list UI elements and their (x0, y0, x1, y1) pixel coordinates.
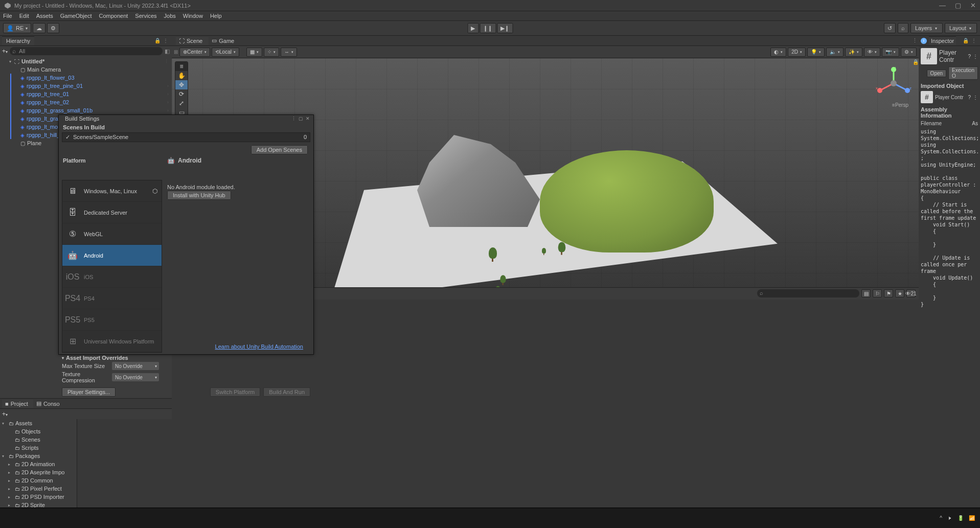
menu-component[interactable]: Component (99, 13, 128, 19)
platform-item-dedicated-server[interactable]: 🗄Dedicated Server (62, 202, 162, 223)
bookmark-icon[interactable]: ⚐ (873, 289, 882, 297)
build-menu-icon[interactable]: ⋮ (290, 116, 297, 121)
build-and-run-button[interactable]: Build And Run (263, 387, 310, 397)
platform-item-windows-mac-linux[interactable]: 🖥Windows, Mac, Linux⬡ (62, 180, 162, 202)
build-settings-tab[interactable]: Build Settings (61, 115, 103, 122)
expand-chevron[interactable]: › (167, 108, 169, 113)
draw-mode-button[interactable]: ◐ (770, 48, 786, 57)
project-folder[interactable]: ▸🗀2D Animation (0, 460, 77, 468)
build-close-icon[interactable]: ✕ (304, 116, 311, 121)
hierarchy-item[interactable]: ◈rpgpp_lt_tree_pine_01› (0, 82, 172, 90)
menu-file[interactable]: File (3, 13, 12, 19)
project-folder[interactable]: 🗀Objects (0, 427, 77, 435)
hierarchy-item[interactable]: ▢Main Camera (0, 65, 172, 74)
close-button[interactable]: ✕ (970, 2, 976, 9)
scene-menu-icon[interactable]: ⋮ (910, 37, 919, 44)
snap-increment-button[interactable]: ⁘ (264, 48, 279, 57)
hierarchy-item[interactable]: ◈rpgpp_lt_flower_03 (0, 74, 172, 82)
scale-tool[interactable]: ⤢ (175, 99, 188, 108)
project-tab[interactable]: ■ Project (2, 400, 33, 408)
tag-icon[interactable]: ⚑ (884, 289, 893, 297)
gizmo-lock-icon[interactable]: 🔒 (913, 59, 919, 65)
platform-item-ps5[interactable]: PS5PS5 (62, 309, 162, 331)
minimize-button[interactable]: — (939, 2, 946, 9)
snap-toggle-button[interactable]: ↔ (281, 48, 297, 57)
move-tool[interactable]: ✥ (175, 80, 188, 89)
project-folder[interactable]: ▸🗀2D Common (0, 476, 77, 485)
tray-icon[interactable]: 📶 (969, 515, 975, 521)
inspector-lock-icon[interactable]: 🔒 (962, 38, 970, 43)
hierarchy-search[interactable]: All (10, 47, 163, 55)
project-folder[interactable]: 🗀Scripts (0, 444, 77, 452)
settings-icon[interactable]: ⚙ (47, 23, 59, 33)
hierarchy-tab[interactable]: Hierarchy (2, 36, 34, 45)
project-folder[interactable]: 🗀Scenes (0, 435, 77, 444)
view-tool[interactable]: ≡ (175, 62, 188, 71)
play-button[interactable]: ▶ (467, 23, 478, 33)
hierarchy-item[interactable]: ◈rpgpp_lt_tree_01› (0, 90, 172, 98)
pivot-mode-dropdown[interactable]: ⊕Center (179, 48, 210, 57)
menu-services[interactable]: Services (135, 13, 156, 19)
imported-menu[interactable]: ⋮ (973, 95, 978, 100)
project-folder[interactable]: ▸🗀2D Pixel Perfect (0, 485, 77, 493)
lock-icon[interactable]: 🔒 (153, 38, 162, 43)
project-folder[interactable]: ▾🗀Packages (0, 452, 77, 460)
filter-icon[interactable]: ▤ (861, 289, 871, 297)
add-open-scenes-button[interactable]: Add Open Scenes (251, 145, 308, 154)
2d-mode-button[interactable]: 2D (788, 48, 806, 57)
add-gameobject-button[interactable]: +▾ (2, 48, 8, 55)
execution-order-button[interactable]: Execution O (948, 66, 978, 80)
hierarchy-item[interactable]: ◈rpgpp_lt_tree_02› (0, 98, 172, 106)
audio-button[interactable]: 🔈 (826, 48, 844, 57)
star-icon[interactable]: ★ (895, 289, 904, 297)
project-add-button[interactable]: +▾ (2, 410, 8, 418)
platform-item-universal-windows-platform[interactable]: ⊞Universal Windows Platform (62, 331, 162, 352)
scene-save-icon[interactable]: ◧ (165, 48, 170, 55)
expand-chevron[interactable]: › (167, 100, 169, 105)
learn-automation-link[interactable]: Learn about Unity Build Automation (215, 343, 303, 350)
rotate-tool[interactable]: ⟳ (175, 89, 188, 99)
switch-platform-button[interactable]: Switch Platform (210, 387, 260, 397)
scene-root[interactable]: ▾⛶Untitled*⋮ (0, 57, 172, 65)
menu-help[interactable]: Help (210, 13, 222, 19)
platform-list[interactable]: 🖥Windows, Mac, Linux⬡🗄Dedicated Server⑤W… (62, 180, 162, 353)
inspector-item-menu[interactable]: ⋮ (973, 54, 978, 59)
project-folder[interactable]: ▸🗀2D PSD Importer (0, 493, 77, 501)
open-script-button[interactable]: Open (927, 70, 946, 77)
fx-button[interactable]: ✨ (845, 48, 862, 57)
scene-tab[interactable]: ⛶ Scene (176, 37, 209, 45)
hidden-button[interactable]: 👁 (864, 48, 880, 57)
space-mode-dropdown[interactable]: ⟲Local (212, 48, 239, 57)
layout-dropdown[interactable]: Layout (945, 23, 977, 33)
orientation-gizmo[interactable]: x y z (876, 65, 911, 101)
expand-chevron[interactable]: › (167, 91, 169, 97)
scene-row-menu[interactable]: ⋮ (164, 59, 169, 64)
camera-button[interactable]: 📷 (882, 48, 899, 57)
platform-item-ios[interactable]: iOSiOS (62, 266, 162, 288)
console-tab[interactable]: ▤ Conso (33, 399, 65, 408)
game-tab[interactable]: ▭ Game (209, 36, 240, 45)
overlays-toggle[interactable]: ⊞ (174, 49, 178, 55)
grid-snap-button[interactable]: ▦ (246, 48, 262, 57)
pause-button[interactable]: ❙❙ (480, 23, 496, 33)
windows-taskbar[interactable]: ^ 🕨 🔋 📶 (0, 508, 980, 528)
scene-checkbox[interactable]: ✓ (65, 134, 70, 141)
undo-history-button[interactable]: ↺ (884, 23, 896, 33)
search-button[interactable]: ⌕ (898, 23, 908, 33)
player-settings-button[interactable]: Player Settings... (62, 387, 116, 397)
max-texture-dropdown[interactable]: No Override (112, 362, 159, 370)
menu-window[interactable]: Window (183, 13, 203, 19)
help-icon[interactable]: ? (968, 95, 971, 100)
menu-assets[interactable]: Assets (36, 13, 53, 19)
build-maximize-icon[interactable]: ▢ (297, 116, 304, 121)
project-folder[interactable]: ▾🗀Assets (0, 419, 77, 427)
scenes-list[interactable]: ✓ Scenes/SampleScene 0 Add Open Scenes (62, 132, 310, 142)
platform-item-ps4[interactable]: PS4PS4 (62, 288, 162, 309)
step-button[interactable]: ▶❙ (497, 23, 513, 33)
inspector-menu-icon[interactable]: ⋮ (970, 38, 978, 43)
texture-compression-dropdown[interactable]: No Override (112, 373, 159, 381)
cloud-button[interactable]: ☁ (33, 23, 45, 33)
expand-chevron[interactable]: › (167, 83, 169, 88)
menu-gameobject[interactable]: GameObject (60, 13, 92, 19)
platform-item-android[interactable]: 🤖Android (62, 245, 162, 266)
